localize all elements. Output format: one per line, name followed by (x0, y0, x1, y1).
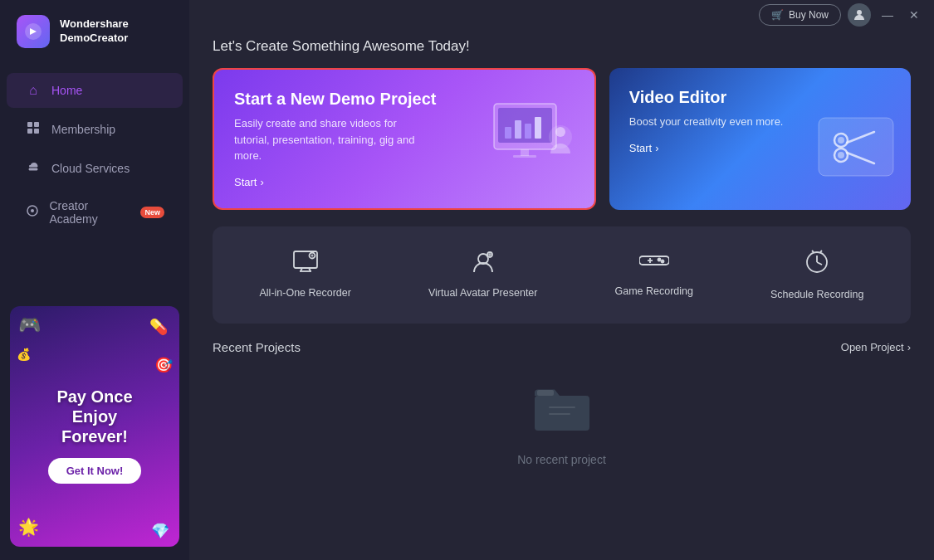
logo-area: Wondershare DemoCreator (0, 0, 189, 63)
sidebar-item-label: Home (51, 84, 82, 97)
recent-projects-title: Recent Projects (213, 340, 301, 354)
svg-point-37 (661, 260, 663, 262)
svg-point-24 (838, 152, 844, 158)
recorder-row: All-in-One Recorder Virtual Avatar Prese… (213, 226, 911, 324)
svg-line-41 (812, 251, 814, 252)
editor-card-illustration (814, 114, 897, 202)
close-button[interactable]: ✕ (904, 5, 924, 25)
avatar-icon (470, 250, 496, 279)
svg-rect-18 (819, 118, 893, 176)
svg-point-17 (555, 127, 565, 137)
svg-rect-44 (537, 390, 554, 396)
monitor-icon (292, 250, 319, 279)
recent-projects-header: Recent Projects Open Project › (213, 340, 911, 354)
sidebar-item-label: Cloud Services (51, 162, 130, 175)
schedule-recording-item[interactable]: Schedule Recording (757, 243, 878, 307)
sidebar-item-label: Creator Academy (49, 199, 127, 226)
no-projects-area: No recent project (213, 368, 911, 483)
all-in-one-recorder-item[interactable]: All-in-One Recorder (246, 243, 364, 307)
main-content: 🛒 Buy Now — ✕ Let's Create Something Awe… (189, 0, 934, 560)
arrow-right-icon: › (907, 341, 911, 353)
svg-rect-12 (525, 124, 531, 139)
minimize-button[interactable]: — (878, 5, 897, 25)
arrow-right-icon: › (655, 142, 658, 154)
new-badge: New (140, 207, 164, 218)
svg-rect-10 (505, 127, 511, 139)
app-logo-icon (17, 15, 50, 48)
membership-icon (25, 121, 42, 138)
demo-project-card[interactable]: Start a New Demo Project Easily create a… (213, 68, 596, 210)
svg-rect-14 (521, 149, 529, 156)
editor-card-desc: Boost your creativity even more. (629, 114, 829, 130)
academy-icon (25, 204, 39, 221)
hero-cards: Start a New Demo Project Easily create a… (213, 68, 911, 210)
svg-rect-13 (535, 117, 541, 139)
cloud-icon (25, 161, 42, 176)
page-heading: Let's Create Something Awesome Today! (213, 38, 911, 55)
schedule-label: Schedule Recording (770, 289, 864, 300)
editor-card-title: Video Editor (629, 88, 891, 107)
title-bar: 🛒 Buy Now — ✕ (189, 0, 934, 30)
cart-icon: 🛒 (771, 9, 784, 21)
promo-get-it-now-button[interactable]: Get It Now! (48, 458, 142, 484)
video-editor-card[interactable]: Video Editor Boost your creativity even … (609, 68, 911, 210)
game-label: Game Recording (614, 285, 693, 297)
home-icon: ⌂ (25, 83, 42, 98)
demo-card-desc: Easily create and share videos for tutor… (234, 115, 433, 164)
sidebar-item-membership[interactable]: Membership (7, 111, 183, 148)
no-project-text: No recent project (517, 453, 606, 466)
game-recording-item[interactable]: Game Recording (601, 243, 707, 307)
svg-rect-2 (34, 122, 39, 127)
svg-point-6 (31, 209, 34, 212)
open-project-link[interactable]: Open Project › (841, 341, 911, 353)
sidebar-promo: 🎮 💊 💰 🎯 Pay Once Enjoy Forever! Get It N… (10, 306, 179, 547)
demo-card-illustration (482, 95, 581, 200)
content-area: Let's Create Something Awesome Today! St… (189, 30, 934, 560)
svg-line-40 (817, 262, 822, 265)
app-name: Wondershare DemoCreator (60, 17, 129, 46)
svg-rect-4 (34, 129, 39, 134)
avatar-label: Virtual Avatar Presenter (428, 287, 538, 299)
sidebar-item-home[interactable]: ⌂ Home (7, 73, 183, 108)
svg-rect-1 (27, 122, 32, 127)
nav-menu: ⌂ Home Membership Cloud Services (0, 63, 189, 298)
buy-now-button[interactable]: 🛒 Buy Now (759, 4, 841, 26)
svg-line-42 (820, 251, 822, 252)
svg-rect-3 (27, 129, 32, 134)
all-in-one-label: All-in-One Recorder (259, 287, 350, 299)
svg-point-36 (658, 258, 660, 261)
sidebar-item-cloud[interactable]: Cloud Services (7, 151, 183, 186)
sidebar-item-label: Membership (51, 123, 115, 136)
gamepad-icon (639, 250, 669, 277)
sidebar-item-academy[interactable]: Creator Academy New (7, 189, 183, 236)
arrow-right-icon: › (260, 176, 263, 188)
svg-point-7 (857, 10, 862, 15)
avatar-presenter-item[interactable]: Virtual Avatar Presenter (415, 243, 551, 307)
svg-rect-11 (515, 120, 521, 139)
svg-point-23 (838, 137, 844, 144)
empty-folder-icon (533, 384, 591, 445)
user-avatar-button[interactable] (848, 3, 871, 27)
sidebar: Wondershare DemoCreator ⌂ Home Membershi… (0, 0, 189, 560)
svg-rect-15 (513, 155, 536, 158)
promo-text: Pay Once Enjoy Forever! (56, 387, 132, 446)
clock-icon (804, 250, 829, 280)
